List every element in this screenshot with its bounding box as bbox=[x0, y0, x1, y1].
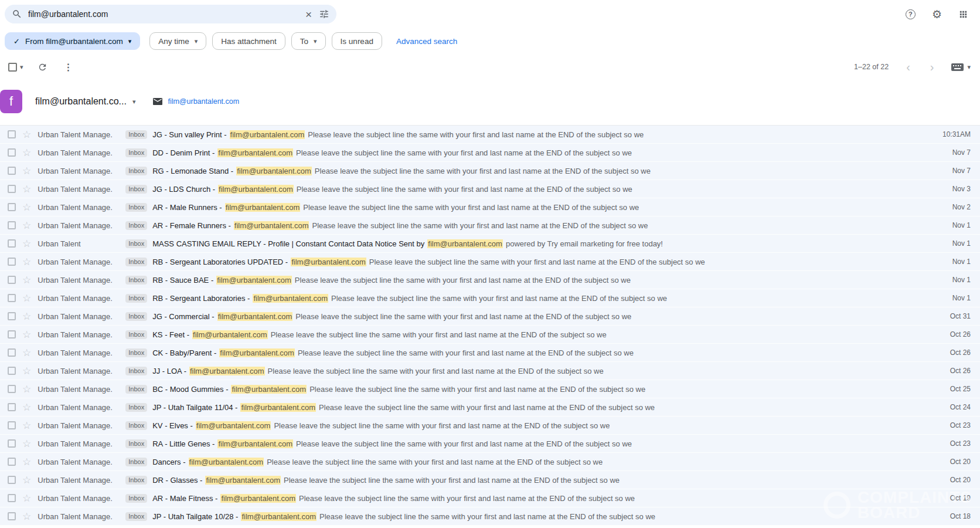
star-icon[interactable]: ☆ bbox=[22, 439, 31, 449]
star-icon[interactable]: ☆ bbox=[22, 166, 31, 176]
table-row[interactable]: ☆ Urban Talent Manage. Inbox JG - Commer… bbox=[0, 307, 980, 326]
gear-icon[interactable]: ⚙ bbox=[932, 9, 942, 20]
row-checkbox[interactable] bbox=[8, 185, 16, 193]
star-icon[interactable]: ☆ bbox=[22, 512, 31, 522]
table-row[interactable]: ☆ Urban Talent Manage. Inbox DD - Denim … bbox=[0, 144, 980, 162]
table-row[interactable]: ☆ Urban Talent Manage. Inbox RB - Sergea… bbox=[0, 289, 980, 307]
table-row[interactable]: ☆ Urban Talent Manage. Inbox CK - Baby/P… bbox=[0, 344, 980, 362]
search-bar[interactable]: × bbox=[5, 5, 336, 23]
select-all-checkbox[interactable] bbox=[8, 63, 17, 72]
chip-to[interactable]: To ▾ bbox=[291, 32, 326, 50]
row-checkbox[interactable] bbox=[8, 312, 16, 320]
row-checkbox[interactable] bbox=[8, 439, 16, 448]
star-icon[interactable]: ☆ bbox=[22, 239, 31, 249]
profile-name-dropdown[interactable]: film@urbantalent.co... ▾ bbox=[35, 96, 135, 107]
table-row[interactable]: ☆ Urban Talent Inbox MASS CASTING EMAIL … bbox=[0, 235, 980, 253]
row-checkbox[interactable] bbox=[8, 476, 16, 484]
refresh-icon[interactable] bbox=[38, 62, 47, 72]
advanced-search-link[interactable]: Advanced search bbox=[396, 37, 457, 46]
inbox-label: Inbox bbox=[125, 476, 147, 485]
chevron-down-icon[interactable]: ▾ bbox=[20, 64, 23, 70]
search-icon[interactable] bbox=[12, 9, 22, 19]
row-checkbox[interactable] bbox=[8, 221, 16, 229]
row-checkbox[interactable] bbox=[8, 330, 16, 339]
row-checkbox[interactable] bbox=[8, 403, 16, 411]
star-icon[interactable]: ☆ bbox=[22, 275, 31, 285]
row-checkbox[interactable] bbox=[8, 276, 16, 284]
table-row[interactable]: ☆ Urban Talent Manage. Inbox BC - Mood G… bbox=[0, 380, 980, 398]
table-row[interactable]: ☆ Urban Talent Manage. Inbox AR - Male F… bbox=[0, 489, 980, 507]
chip-is-unread[interactable]: Is unread bbox=[332, 32, 382, 50]
table-row[interactable]: ☆ Urban Talent Manage. Inbox KS - Feet -… bbox=[0, 326, 980, 344]
row-checkbox[interactable] bbox=[8, 512, 16, 520]
table-row[interactable]: ☆ Urban Talent Manage. Inbox DR - Glasse… bbox=[0, 471, 980, 489]
row-checkbox[interactable] bbox=[8, 385, 16, 393]
email-date: Oct 31 bbox=[928, 312, 980, 320]
row-checkbox[interactable] bbox=[8, 421, 16, 429]
search-highlight: film@urbantalent.com bbox=[192, 330, 268, 339]
row-checkbox[interactable] bbox=[8, 258, 16, 266]
help-icon[interactable]: ? bbox=[906, 9, 916, 19]
star-icon[interactable]: ☆ bbox=[22, 457, 31, 467]
table-row[interactable]: ☆ Urban Talent Manage. Inbox AR - Male R… bbox=[0, 198, 980, 216]
table-row[interactable]: ☆ Urban Talent Manage. Inbox JJ - LOA - … bbox=[0, 362, 980, 380]
search-input[interactable] bbox=[28, 9, 298, 19]
row-checkbox[interactable] bbox=[8, 494, 16, 502]
table-row[interactable]: ☆ Urban Talent Manage. Inbox RB - Sergea… bbox=[0, 253, 980, 271]
newer-page-icon[interactable]: ‹ bbox=[904, 61, 913, 73]
profile-email-link[interactable]: film@urbantalent.com bbox=[168, 97, 239, 106]
older-page-icon[interactable]: › bbox=[928, 61, 937, 73]
row-checkbox[interactable] bbox=[8, 130, 16, 138]
clear-search-icon[interactable]: × bbox=[304, 9, 313, 20]
table-row[interactable]: ☆ Urban Talent Manage. Inbox RA - Little… bbox=[0, 435, 980, 453]
table-row[interactable]: ☆ Urban Talent Manage. Inbox RG - Lemona… bbox=[0, 162, 980, 180]
row-checkbox[interactable] bbox=[8, 348, 16, 357]
star-icon[interactable]: ☆ bbox=[22, 184, 31, 194]
star-icon[interactable]: ☆ bbox=[22, 475, 31, 485]
table-row[interactable]: ☆ Urban Talent Manage. Inbox Dancers - f… bbox=[0, 453, 980, 471]
star-icon[interactable]: ☆ bbox=[22, 348, 31, 358]
chip-has-attachment[interactable]: Has attachment bbox=[212, 32, 285, 50]
row-checkbox[interactable] bbox=[8, 148, 16, 157]
select-all-control[interactable]: ▾ bbox=[8, 63, 23, 72]
table-row[interactable]: ☆ Urban Talent Manage. Inbox KV - Elves … bbox=[0, 417, 980, 435]
star-icon[interactable]: ☆ bbox=[22, 257, 31, 267]
avatar[interactable]: f bbox=[0, 90, 22, 113]
inbox-label: Inbox bbox=[125, 421, 147, 430]
row-checkbox[interactable] bbox=[8, 167, 16, 175]
star-icon[interactable]: ☆ bbox=[22, 330, 31, 340]
star-icon[interactable]: ☆ bbox=[22, 421, 31, 431]
apps-grid-icon[interactable] bbox=[958, 9, 968, 19]
star-icon[interactable]: ☆ bbox=[22, 148, 31, 158]
more-options-icon[interactable]: ⋮ bbox=[62, 62, 76, 73]
email-snippet: Please leave the subject line the same w… bbox=[271, 330, 607, 339]
email-subject: JJ - LOA - bbox=[152, 367, 186, 375]
search-highlight: film@urbantalent.com bbox=[230, 130, 305, 139]
table-row[interactable]: ☆ Urban Talent Manage. Inbox JG - LDS Ch… bbox=[0, 180, 980, 198]
profile-email-group[interactable]: film@urbantalent.com bbox=[153, 97, 239, 106]
star-icon[interactable]: ☆ bbox=[22, 384, 31, 394]
star-icon[interactable]: ☆ bbox=[22, 221, 31, 231]
star-icon[interactable]: ☆ bbox=[22, 402, 31, 412]
star-icon[interactable]: ☆ bbox=[22, 130, 31, 140]
star-icon[interactable]: ☆ bbox=[22, 312, 31, 321]
row-checkbox[interactable] bbox=[8, 239, 16, 248]
table-row[interactable]: ☆ Urban Talent Manage. Inbox JP - Utah T… bbox=[0, 507, 980, 526]
row-checkbox[interactable] bbox=[8, 294, 16, 302]
search-options-icon[interactable] bbox=[319, 9, 329, 19]
star-icon[interactable]: ☆ bbox=[22, 202, 31, 212]
star-icon[interactable]: ☆ bbox=[22, 493, 31, 503]
star-icon[interactable]: ☆ bbox=[22, 366, 31, 376]
table-row[interactable]: ☆ Urban Talent Manage. Inbox RB - Sauce … bbox=[0, 271, 980, 289]
row-checkbox[interactable] bbox=[8, 367, 16, 375]
email-subject: KV - Elves - bbox=[152, 421, 193, 430]
row-checkbox[interactable] bbox=[8, 203, 16, 211]
table-row[interactable]: ☆ Urban Talent Manage. Inbox AR - Female… bbox=[0, 216, 980, 235]
input-tools-control[interactable]: ▾ bbox=[951, 63, 971, 71]
star-icon[interactable]: ☆ bbox=[22, 293, 31, 303]
table-row[interactable]: ☆ Urban Talent Manage. Inbox JG - Sun va… bbox=[0, 126, 980, 144]
chip-from-sender[interactable]: ✓ From film@urbantalent.com ▾ bbox=[5, 32, 140, 50]
row-checkbox[interactable] bbox=[8, 458, 16, 466]
table-row[interactable]: ☆ Urban Talent Manage. Inbox JP - Utah T… bbox=[0, 398, 980, 417]
chip-any-time[interactable]: Any time ▾ bbox=[149, 32, 206, 50]
